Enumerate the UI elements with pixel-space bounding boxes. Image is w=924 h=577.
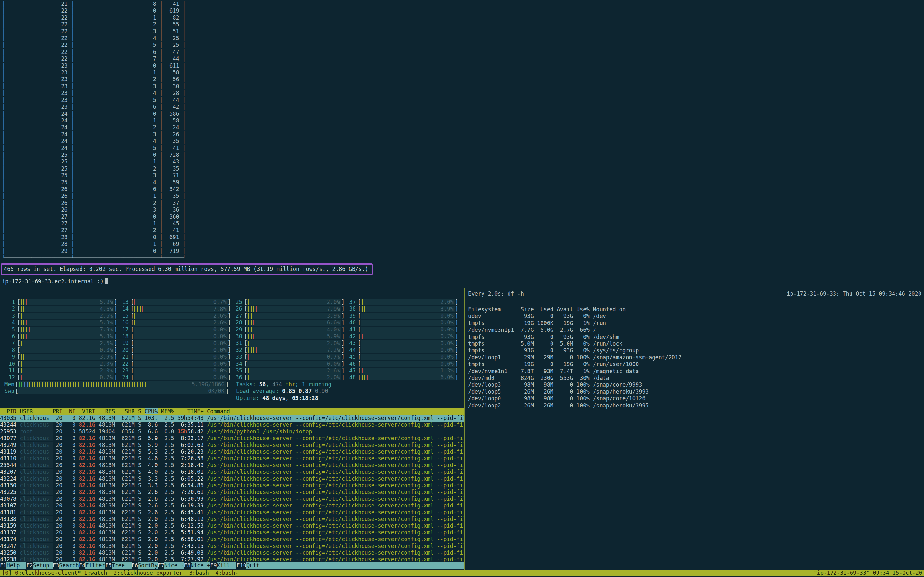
process-row[interactable]: 43249 clickhous 20 0 82.1G 4813M 621M S … [0,442,464,448]
process-row[interactable]: 43224 clickhous 20 0 82.1G 4813M 621M S … [0,475,464,482]
fkey-f2-setup[interactable]: F2Setup [26,562,53,569]
meter-bar: 0.0% [20,347,114,353]
meter-bar: 0.0% [134,347,228,353]
meter-bar: 5.19G/186G [18,382,226,388]
meter-bar: 0.0% [134,327,228,333]
cpu-meter-7: 7[2.6%] [5,340,118,347]
meter-label: 16 [118,319,129,326]
process-row[interactable]: 43137 clickhous 20 0 82.1G 4813M 621M S … [0,529,464,536]
meter-bar: 0.0% [361,319,455,326]
meter-bar: 5.9% [247,334,341,340]
process-row[interactable]: 43107 clickhous 20 0 82.1G 4813M 621M S … [0,502,464,509]
meter-bar: 0.7% [361,334,455,340]
process-row[interactable]: 43077 clickhous 20 0 82.1G 4813M 621M S … [0,435,464,442]
meter-label: 25 [232,299,242,306]
fkey-f8-nice[interactable]: F8Nice + [184,562,210,569]
watch-header: Every 2.0s: df -h ip-172-31-69-33: Thu O… [465,290,924,297]
memory-meter: Mem[5.19G/186G] [5,381,229,388]
process-row[interactable]: 43247 clickhous 20 0 82.1G 4813M 621M S … [0,543,464,550]
process-row-selected[interactable]: 43035 clickhous 20 0 82.1G 4813M 621M S … [0,415,464,422]
meter-bar: 0.0% [361,354,455,360]
swap-meter: Swp[0K/0K] [5,388,229,395]
process-row[interactable]: 43207 clickhous 20 0 82.1G 4813M 621M S … [0,469,464,475]
meter-label: 35 [232,367,242,374]
pane-htop[interactable]: 1[5.9%]2[4.6%]3[2.6%]4[5.3%]5[7.9%]6[5.3… [0,288,464,570]
cpu-meter-30: 30[5.9%] [232,333,344,340]
process-row[interactable]: 43138 clickhous 20 0 82.1G 4813M 621M S … [0,516,464,522]
meter-label: 39 [345,313,356,319]
process-row[interactable]: 43250 clickhous 20 0 82.1G 4813M 621M S … [0,550,464,556]
cpu-meter-28: 28[6.6%] [232,319,344,326]
clickhouse-prompt[interactable]: ip-172-31-69-33.ec2.internal :) [2,278,108,285]
meter-label: 42 [345,333,356,340]
pane-clickhouse-client[interactable]: │ 21 │ 8 │ 41 │ │ 22 │ 0 │ 619 │ │ 22 │ … [0,0,924,287]
meter-bar: 5.3% [20,334,114,340]
meter-label: 22 [118,361,129,367]
tmux-pane-divider-vertical[interactable] [464,288,465,570]
cpu-meter-10: 10[2.0%] [5,361,118,367]
process-row[interactable]: 43078 clickhous 20 0 82.1G 4813M 621M S … [0,496,464,502]
meter-label: 24 [118,374,129,381]
meter-bar: 7.8% [134,306,228,312]
meter-bar: 2.0% [20,367,114,374]
meter-label: 43 [345,340,356,347]
meter-bar: 4.0% [247,327,341,333]
meter-bar: 7.9% [20,327,114,333]
process-row[interactable]: 43174 clickhous 20 0 82.1G 4813M 621M S … [0,536,464,543]
meter-bar: 2.6% [20,313,114,319]
meter-label: 8 [5,347,15,354]
pane-watch-df[interactable]: Every 2.0s: df -h ip-172-31-69-33: Thu O… [465,288,924,570]
cpu-meter-6: 6[5.3%] [5,333,118,340]
process-row[interactable]: 25544 clickhous 20 0 82.1G 4813M 621M S … [0,462,464,469]
uptime-line: Uptime: 48 days, 05:18:28 [236,395,331,402]
process-row[interactable]: 43238 clickhous 20 0 82.1G 4813M 621M S … [0,556,464,562]
meter-label: Mem [5,381,15,388]
meter-bar: 2.0% [247,374,341,380]
cpu-meter-23: 23[0.0%] [118,367,231,374]
meter-label: 44 [345,347,356,354]
process-table: 43035 clickhous 20 0 82.1G 4813M 621M S … [0,415,464,562]
meter-bar: 7.9% [247,306,341,312]
fkey-f6-sortby[interactable]: F6SortBy [132,562,158,569]
cpu-meter-14: 14[7.8%] [118,306,231,312]
fkey-f4-filter[interactable]: F4Filter [79,562,105,569]
tmux-window-list[interactable]: [0] 0:clickhouse-client* 1:watch 2:click… [2,570,238,576]
process-row[interactable]: 43119 clickhous 20 0 82.1G 4813M 621M S … [0,448,464,455]
cpu-meter-33: 33[0.7%] [232,354,344,360]
fkey-f10-quit[interactable]: F10Quit [236,562,464,569]
meter-label: 4 [5,319,15,326]
cpu-meter-13: 13[0.7%] [118,299,231,306]
cpu-meter-27: 27[3.9%] [232,313,344,319]
cpu-meter-19: 19[0.0%] [118,340,231,347]
tmux-status-bar: [0] 0:clickhouse-client* 1:watch 2:click… [0,570,924,576]
df-output: Filesystem Size Used Avail Use% Mounted … [468,306,682,409]
process-row[interactable]: 43110 clickhous 20 0 82.1G 4813M 621M S … [0,455,464,462]
meter-bar: 0.7% [134,299,228,305]
meter-bar: 2.0% [361,299,455,305]
process-row[interactable]: 43150 clickhous 20 0 82.1G 4813M 621M S … [0,482,464,489]
process-row[interactable]: 43244 clickhous 20 0 82.1G 4813M 621M S … [0,422,464,428]
cpu-meter-47: 47[1.3%] [345,367,458,374]
watch-host-time: ip-172-31-69-33: Thu Oct 15 09:34:46 202… [787,290,921,297]
fkey-f3-search[interactable]: F3Search [53,562,79,569]
meter-bar: 0.0% [361,313,455,319]
meter-label: 10 [5,361,15,367]
fkey-f9-kill[interactable]: F9Kill [210,562,236,569]
fkey-f5-tree[interactable]: F5Tree [105,562,132,569]
meter-label: 34 [232,361,242,367]
terminal-screen: { "colors": { "background": "#0d2530", "… [0,0,924,577]
tmux-status-right: "ip-172-31-69-33" 09:34 15-Oct-20 [814,570,922,576]
fkey-f1-help[interactable]: F1Help [0,562,26,569]
htop-function-key-bar: F1Help F2Setup F3SearchF4FilterF5Tree F6… [0,562,464,569]
process-row[interactable]: 43181 clickhous 20 0 82.1G 4813M 621M S … [0,509,464,516]
fkey-f7-nice[interactable]: F7Nice - [158,562,184,569]
process-row[interactable]: 43225 clickhous 20 0 82.1G 4813M 621M S … [0,489,464,496]
process-row[interactable]: 43159 clickhous 20 0 82.1G 4813M 621M S … [0,522,464,529]
meter-bar: 0.0% [361,361,455,367]
meter-label: 2 [5,306,15,312]
process-table-header[interactable]: PID USER PRI NI VIRT RES SHR S CPU% MEM%… [0,408,464,415]
process-row[interactable]: 25953 root 20 0 58524 19404 6356 S 6.6 0… [0,428,464,435]
cpu-meter-48: 48[6.0%] [345,374,458,381]
meter-bar: 0.0% [134,354,228,360]
cpu-meter-21: 21[0.0%] [118,354,231,360]
